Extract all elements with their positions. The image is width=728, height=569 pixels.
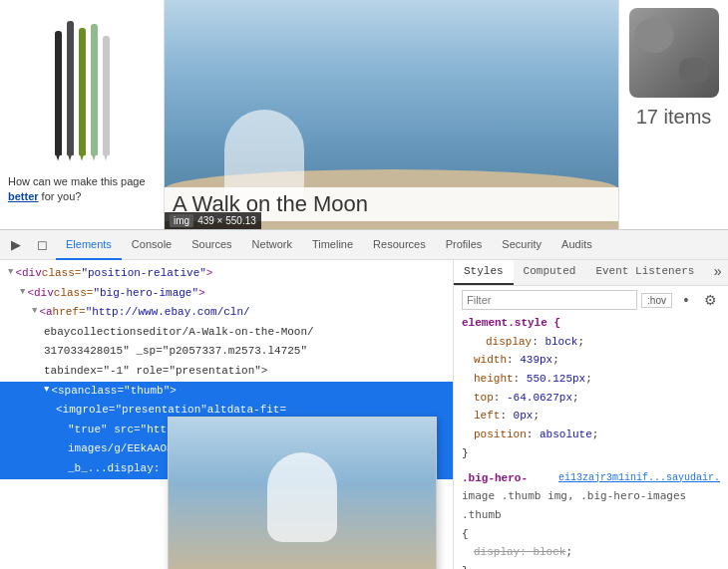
style-prop-width: width: 439px; [462, 351, 720, 370]
style-prop-top: top: -64.0627px; [462, 389, 720, 408]
browser-content: How can we make this page better for you… [0, 0, 728, 229]
tab-security[interactable]: Security [492, 230, 551, 260]
style-prop-height: height: 550.125px; [462, 370, 720, 389]
element-style-close: } [462, 444, 720, 463]
big-hero-prop-display: display: block; [462, 543, 720, 562]
image-size-tooltip: img 439 × 550.13 [165, 212, 261, 229]
filter-input[interactable] [462, 290, 637, 310]
dom-line-2[interactable]: ▼ <div class="big-hero-image"> [0, 284, 453, 304]
pen-1 [55, 31, 62, 155]
dom-line-3d[interactable]: tabindex="-1" role="presentation"> [0, 362, 453, 382]
img-tag-badge: img [170, 214, 193, 227]
element-style-selector: element.style { [462, 314, 720, 333]
triangle-icon-3[interactable]: ▼ [32, 304, 37, 318]
styles-tab-events[interactable]: Event Listeners [585, 260, 704, 285]
inspector-icon[interactable]: ▶ [4, 233, 28, 257]
better-link[interactable]: better [8, 190, 39, 202]
pen-5 [103, 36, 110, 155]
styles-tabs: Styles Computed Event Listeners » [454, 260, 728, 286]
tooltip-astronaut [267, 452, 337, 542]
tab-resources[interactable]: Resources [363, 230, 436, 260]
pen-4 [91, 24, 98, 155]
img-dimensions: 439 × 550.13 [197, 215, 256, 226]
tab-sources[interactable]: Sources [182, 230, 241, 260]
dom-line-1[interactable]: ▼ <div class="position-relative"> [0, 264, 453, 284]
left-panel: How can we make this page better for you… [0, 0, 165, 229]
settings-icon[interactable]: ⚙ [700, 290, 720, 310]
help-text: How can we make this page better for you… [8, 170, 156, 209]
device-icon[interactable]: ◻ [30, 233, 54, 257]
tooltip-image [169, 418, 436, 569]
right-panel: 17 items [618, 0, 728, 229]
styles-tab-computed[interactable]: Computed [514, 260, 586, 285]
items-count: 17 items [636, 106, 712, 129]
tab-elements[interactable]: Elements [56, 230, 122, 260]
style-prop-position: position: absolute; [462, 426, 720, 444]
element-image-tooltip: 439 × 550 pixels (Natural: 399 × 500 pix… [168, 417, 437, 569]
rock-image [629, 8, 719, 98]
dom-line-3[interactable]: ▼ <a href="http://www.ebay.com/cln/ [0, 303, 453, 323]
style-prop-left: left: 0px; [462, 407, 720, 426]
tab-audits[interactable]: Audits [551, 230, 602, 260]
pens-image [22, 16, 142, 155]
triangle-icon-4[interactable]: ▼ [44, 383, 49, 397]
tab-timeline[interactable]: Timeline [302, 230, 363, 260]
dom-line-3b[interactable]: ebaycollectionseditor/A-Walk-on-the-Moon… [0, 323, 453, 343]
triangle-icon-2[interactable]: ▼ [20, 285, 25, 299]
triangle-icon-1[interactable]: ▼ [8, 265, 13, 279]
hov-button[interactable]: :hov [641, 293, 672, 308]
styles-content: :hov • ⚙ element.style { display: block;… [454, 286, 728, 569]
tab-console[interactable]: Console [122, 230, 182, 260]
devtools-toolbar: ▶ ◻ Elements Console Sources Network Tim… [0, 230, 728, 260]
dom-line-4[interactable]: ▼ <span class="thumb"> [0, 382, 453, 402]
styles-tab-styles[interactable]: Styles [454, 260, 514, 285]
pen-3 [79, 28, 86, 155]
pen-2 [67, 21, 74, 155]
filter-row: :hov • ⚙ [462, 290, 720, 310]
devtools-tabs: Elements Console Sources Network Timelin… [56, 230, 724, 260]
more-tabs-icon[interactable]: » [708, 260, 728, 285]
element-style-rule: element.style { display: block; width: 4… [462, 314, 720, 463]
tab-network[interactable]: Network [242, 230, 302, 260]
center-panel: A Walk on the Moon img 439 × 550.13 [165, 0, 618, 229]
more-options-icon[interactable]: • [676, 290, 696, 310]
big-hero-rule: .big-hero- ei13zajr3m1inif...sayudair. i… [462, 469, 720, 570]
product-image-container [8, 8, 156, 162]
style-prop-display: display: block; [462, 333, 720, 352]
styles-panel: Styles Computed Event Listeners » :hov •… [454, 260, 728, 569]
tab-profiles[interactable]: Profiles [436, 230, 493, 260]
dom-line-3c[interactable]: 317033428015" _sp="p2057337.m2573.l4725" [0, 342, 453, 362]
